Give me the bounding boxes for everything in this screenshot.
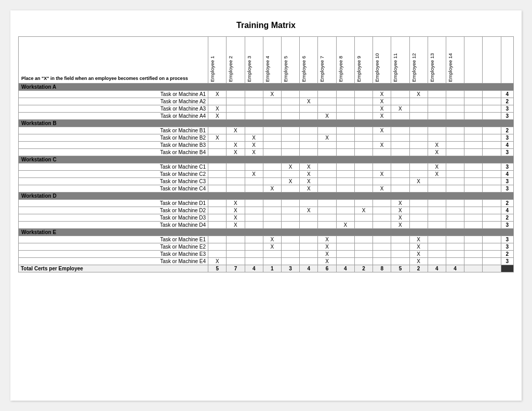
employee-header-7: Employee 7 [318,37,336,84]
cell-4-0-3: X [263,236,281,243]
task-label: Task or Machine B2 [19,134,208,142]
task-label: Task or Machine D3 [19,214,208,222]
cell-4-3-9 [373,258,391,265]
cell-0-0-6 [318,91,336,98]
total-cell-1: 7 [227,265,245,272]
cell-0-2-5 [300,105,318,113]
section-0: Workstation A [19,84,514,91]
blank-cell [464,251,483,258]
count-col-header [501,37,513,84]
cell-3-0-7 [336,200,354,207]
cell-4-1-10 [391,243,409,251]
cell-4-1-11: X [409,243,428,251]
cell-3-3-2 [245,222,263,229]
cell-3-0-9 [373,200,391,207]
cell-4-3-6: X [318,258,336,265]
cell-4-1-5 [300,243,318,251]
cell-3-2-13 [446,214,464,222]
cell-1-2-6 [318,142,336,149]
task-label: Task or Machine A4 [19,113,208,120]
cell-1-3-7 [336,149,354,156]
cell-3-1-2 [245,207,263,214]
cell-2-2-6 [318,178,336,185]
table-row: Task or Machine E3XX2 [19,251,514,258]
cell-4-1-2 [245,243,263,251]
cell-3-0-1: X [227,200,245,207]
cell-2-1-4 [281,171,299,178]
cell-4-1-3: X [263,243,281,251]
section-label-2: Workstation C [19,156,514,163]
cell-4-1-9 [373,243,391,251]
blank-cell [464,98,483,105]
cell-4-2-0 [208,251,227,258]
cell-3-0-11 [409,200,428,207]
total-cell-7: 4 [336,265,354,272]
cell-2-0-0 [208,163,227,171]
cell-1-2-9: X [373,142,391,149]
employee-header-3: Employee 3 [245,37,263,84]
cell-2-1-5: X [300,171,318,178]
header-row: Place an "X" in the field when an employ… [19,37,514,84]
employee-header-2: Employee 2 [227,37,245,84]
cell-2-2-1 [227,178,245,185]
table-row: Task or Machine C4XXX3 [19,185,514,193]
cell-4-3-8 [354,258,373,265]
table-row: Task or Machine D1XX2 [19,200,514,207]
blank-cell [464,185,483,193]
blank-cell [483,113,501,120]
cell-2-1-10 [391,171,409,178]
cell-3-1-4 [281,207,299,214]
cell-3-1-12 [428,207,446,214]
cell-1-2-2: X [245,142,263,149]
table-row: Task or Machine D4XXX3 [19,222,514,229]
cell-0-0-2 [245,91,263,98]
cell-3-1-0 [208,207,227,214]
total-cell-9: 8 [373,265,391,272]
blank-cell [483,163,501,171]
section-1: Workstation B [19,120,514,127]
cell-0-3-4 [281,113,299,120]
blank-cell [464,149,483,156]
table-row: Task or Machine B3XXXX4 [19,142,514,149]
cell-1-0-11 [409,127,428,134]
cell-3-3-9 [373,222,391,229]
cell-2-0-3 [263,163,281,171]
cell-2-0-9 [373,163,391,171]
task-label: Task or Machine E1 [19,236,208,243]
total-blank [464,265,483,272]
cell-4-1-0 [208,243,227,251]
task-label: Task or Machine D1 [19,200,208,207]
cell-2-2-2 [245,178,263,185]
blank-cell [483,185,501,193]
cell-0-0-12 [428,91,446,98]
cell-0-1-13 [446,98,464,105]
table-row: Task or Machine C1XXX3 [19,163,514,171]
cell-2-0-4: X [281,163,299,171]
cell-0-1-5: X [300,98,318,105]
cell-1-0-7 [336,127,354,134]
cell-0-3-0: X [208,113,227,120]
cell-0-2-1 [227,105,245,113]
cell-3-0-0 [208,200,227,207]
cell-0-1-9: X [373,98,391,105]
cell-2-3-13 [446,185,464,193]
employee-header-9: Employee 9 [354,37,373,84]
cell-4-2-7 [336,251,354,258]
employee-header-11: Employee 11 [391,37,409,84]
cell-0-0-10 [391,91,409,98]
cell-3-0-4 [281,200,299,207]
cell-0-1-10 [391,98,409,105]
cell-2-3-6 [318,185,336,193]
cell-0-2-9: X [373,105,391,113]
cell-0-0-3: X [263,91,281,98]
section-3: Workstation D [19,193,514,200]
cell-3-2-12 [428,214,446,222]
cell-0-3-11 [409,113,428,120]
blank-cell [483,200,501,207]
cell-2-1-11 [409,171,428,178]
cell-1-0-12 [428,127,446,134]
cell-1-0-8 [354,127,373,134]
cell-1-1-4 [281,134,299,142]
blank-cell [483,258,501,265]
cell-2-2-11: X [409,178,428,185]
